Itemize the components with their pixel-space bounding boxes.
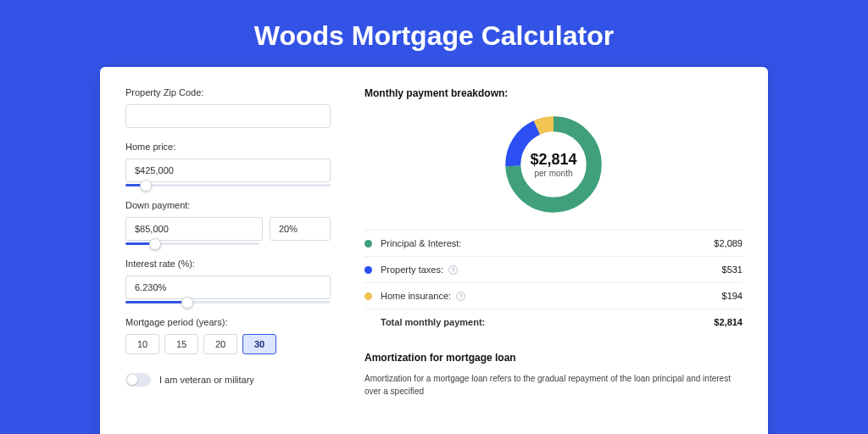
legend-value: $2,089 [714, 238, 743, 248]
legend-total-label: Total monthly payment: [381, 317, 714, 327]
legend-total-row: Total monthly payment:$2,814 [364, 309, 743, 335]
interest-rate-label: Interest rate (%): [125, 259, 331, 269]
period-option-30[interactable]: 30 [242, 334, 276, 354]
veteran-row: I am veteran or military [125, 373, 331, 387]
legend-total-value: $2,814 [714, 317, 743, 327]
slider-thumb[interactable] [140, 180, 152, 192]
legend-value: $194 [722, 291, 743, 301]
interest-rate-slider[interactable] [125, 301, 331, 303]
legend-value: $531 [722, 264, 743, 275]
breakdown-title: Monthly payment breakdown: [364, 87, 743, 99]
interest-rate-input[interactable] [125, 275, 331, 299]
help-icon[interactable]: ? [456, 292, 465, 301]
down-payment-field: Down payment: [125, 200, 331, 245]
help-icon[interactable]: ? [448, 265, 458, 275]
donut-center-amount: $2,814 [530, 151, 576, 169]
legend-row: Home insurance:?$194 [364, 283, 743, 309]
calculator-card: Property Zip Code: Home price: Down paym… [100, 67, 768, 434]
breakdown-legend: Principal & Interest:$2,089Property taxe… [364, 230, 743, 335]
zip-label: Property Zip Code: [125, 87, 331, 97]
home-price-slider[interactable] [125, 184, 331, 186]
toggle-knob [127, 375, 137, 385]
mortgage-period-group: 10152030 [125, 334, 331, 354]
donut-center-sub: per month [534, 169, 572, 178]
breakdown-column: Monthly payment breakdown: $2,814 per mo… [364, 87, 743, 398]
legend-dot [364, 240, 372, 248]
legend-row: Property taxes:?$531 [364, 257, 743, 283]
zip-field: Property Zip Code: [125, 87, 331, 128]
inputs-column: Property Zip Code: Home price: Down paym… [125, 87, 331, 398]
down-payment-amount-input[interactable] [125, 217, 263, 241]
period-option-15[interactable]: 15 [164, 334, 198, 354]
page-title: Woods Mortgage Calculator [0, 0, 868, 67]
down-payment-slider[interactable] [125, 242, 259, 245]
home-price-input[interactable] [125, 159, 331, 182]
legend-label: Home insurance:? [381, 291, 722, 301]
legend-label: Principal & Interest: [381, 238, 714, 248]
mortgage-period-field: Mortgage period (years): 10152030 [125, 317, 331, 354]
down-payment-percent-input[interactable] [270, 217, 331, 241]
slider-thumb[interactable] [181, 297, 193, 309]
donut-chart-container: $2,814 per month [364, 108, 743, 230]
donut-center: $2,814 per month [500, 111, 607, 218]
zip-input[interactable] [125, 104, 331, 128]
home-price-label: Home price: [125, 142, 331, 152]
amortization-title: Amortization for mortgage loan [364, 352, 743, 364]
legend-row: Principal & Interest:$2,089 [364, 231, 743, 257]
period-option-10[interactable]: 10 [125, 334, 159, 354]
home-price-field: Home price: [125, 142, 331, 186]
mortgage-period-label: Mortgage period (years): [125, 317, 331, 327]
donut-chart: $2,814 per month [500, 111, 607, 218]
veteran-toggle[interactable] [125, 373, 151, 387]
period-option-20[interactable]: 20 [203, 334, 237, 354]
legend-label: Property taxes:? [381, 264, 722, 275]
interest-rate-field: Interest rate (%): [125, 259, 331, 303]
legend-dot [364, 292, 372, 300]
down-payment-label: Down payment: [125, 200, 331, 210]
amortization-body: Amortization for a mortgage loan refers … [364, 372, 743, 398]
veteran-label: I am veteran or military [159, 375, 254, 385]
slider-thumb[interactable] [149, 238, 161, 250]
amortization-section: Amortization for mortgage loan Amortizat… [364, 352, 743, 398]
legend-dot [364, 266, 372, 274]
